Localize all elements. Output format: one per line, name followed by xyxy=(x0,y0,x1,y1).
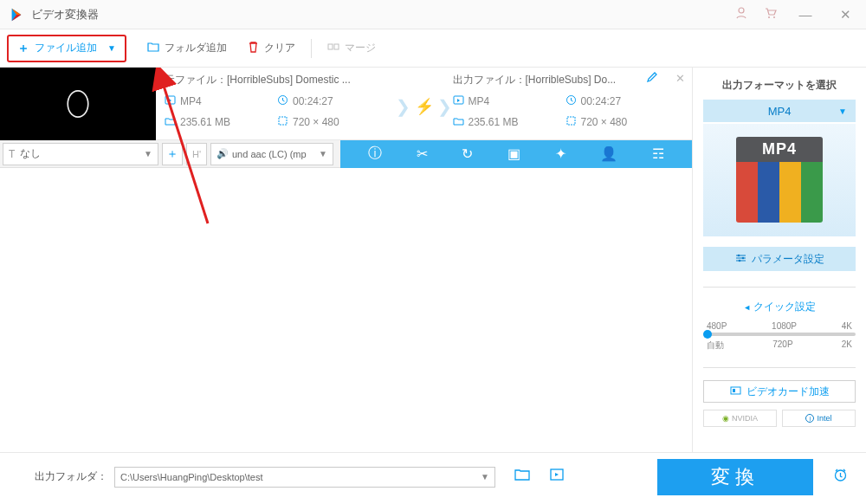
separator xyxy=(703,287,856,288)
options-row: T なし ▼ ＋ H' 🔊 und aac (LC) (mp ▼ ⓘ ✂ ↻ ▣… xyxy=(0,140,692,168)
merge-icon xyxy=(327,41,339,55)
audio-icon: 🔊 xyxy=(216,148,229,159)
output-folder-label: 出力フォルダ： xyxy=(35,469,107,484)
chevron-separator: ❯ xyxy=(396,73,411,139)
app-logo-icon xyxy=(9,7,24,23)
subtitle-select[interactable]: T なし ▼ xyxy=(3,143,158,165)
gpu-label: ビデオカード加速 xyxy=(746,384,830,399)
output-format-title: 出力フォーマットを選択 xyxy=(703,78,856,93)
quality-label: 2K xyxy=(842,339,852,352)
format-icon xyxy=(165,94,176,108)
resolution-icon xyxy=(565,115,577,129)
nvidia-label: NVIDIA xyxy=(732,414,758,423)
output-list-icon[interactable] xyxy=(549,468,565,486)
size-icon xyxy=(165,115,176,129)
svg-rect-16 xyxy=(733,389,735,392)
add-folder-button[interactable]: フォルダ追加 xyxy=(147,41,227,55)
svg-rect-4 xyxy=(334,44,339,49)
gpu-icon xyxy=(730,385,741,398)
schedule-icon[interactable] xyxy=(832,467,849,488)
main-toolbar: ＋ ファイル追加 ▼ フォルダ追加 クリア マージ xyxy=(0,29,866,68)
title-bar: ビデオ変換器 — ✕ xyxy=(0,0,866,29)
subtitle-value: なし xyxy=(20,146,41,161)
svg-rect-11 xyxy=(567,117,575,125)
rotate-icon[interactable]: ↻ xyxy=(462,145,473,162)
account-icon[interactable] xyxy=(734,6,748,23)
edit-toolbar: ⓘ ✂ ↻ ▣ ✦ 👤 ☶ xyxy=(340,140,692,168)
dst-duration: 00:24:27 xyxy=(581,95,622,107)
separator xyxy=(703,367,856,368)
chevron-down-icon: ▼ xyxy=(481,472,489,481)
add-folder-label: フォルダ追加 xyxy=(165,41,227,55)
intel-label: Intel xyxy=(817,414,831,423)
chevron-down-icon: ▼ xyxy=(144,149,152,158)
chevron-down-icon: ▼ xyxy=(319,149,327,158)
text-icon: T xyxy=(9,148,15,160)
clock-icon xyxy=(277,94,288,108)
svg-point-13 xyxy=(741,256,744,259)
format-dropdown[interactable]: MP4 ▼ xyxy=(703,100,856,122)
format-value: MP4 xyxy=(768,105,792,118)
add-file-button[interactable]: ＋ ファイル追加 ▼ xyxy=(7,35,126,62)
merge-label: マージ xyxy=(345,41,376,55)
output-path-value: C:\Users\HuangPing\Desktop\test xyxy=(120,472,262,482)
resolution-icon xyxy=(277,115,288,129)
chevron-separator: ❯ xyxy=(437,73,453,139)
svg-point-12 xyxy=(737,254,740,256)
quality-label: 自動 xyxy=(707,339,724,352)
quality-labels-bottom: 自動 720P 2K xyxy=(703,339,856,352)
cart-icon[interactable] xyxy=(764,6,778,23)
add-subtitle-button[interactable]: ＋ xyxy=(162,143,183,165)
minimize-button[interactable]: — xyxy=(793,7,818,22)
convert-button[interactable]: 変換 xyxy=(657,459,813,495)
audio-value: und aac (LC) (mp xyxy=(232,149,307,159)
edit-pen-icon[interactable] xyxy=(646,71,658,86)
right-panel: 出力フォーマットを選択 MP4 ▼ MP4 パラメータ設定 クイック設定 480… xyxy=(693,68,866,452)
parameter-settings-button[interactable]: パラメータ設定 xyxy=(703,247,856,271)
format-preview[interactable]: MP4 xyxy=(703,124,856,236)
quality-label: 480P xyxy=(707,321,727,331)
clear-label: クリア xyxy=(264,41,295,55)
effect-icon[interactable]: ✦ xyxy=(555,145,566,162)
source-filename: 元ファイル：[HorribleSubs] Domestic ... xyxy=(165,73,396,87)
remove-file-icon[interactable]: ✕ xyxy=(675,72,685,85)
open-folder-icon[interactable] xyxy=(514,468,530,486)
chevron-down-icon: ▼ xyxy=(107,43,116,53)
source-info: 元ファイル：[HorribleSubs] Domestic ... MP4 00… xyxy=(165,73,396,139)
src-format: MP4 xyxy=(180,95,202,107)
quality-label: 720P xyxy=(772,339,792,352)
format-badge: MP4 xyxy=(736,137,823,162)
close-button[interactable]: ✕ xyxy=(833,7,857,23)
clock-icon xyxy=(565,94,577,108)
trash-icon xyxy=(248,41,259,55)
bottom-bar: 出力フォルダ： C:\Users\HuangPing\Desktop\test … xyxy=(0,452,866,501)
convert-label: 変換 xyxy=(711,464,759,490)
clear-button[interactable]: クリア xyxy=(248,41,295,55)
info-icon[interactable]: ⓘ xyxy=(368,145,382,163)
sliders-icon xyxy=(735,253,746,266)
merge-button[interactable]: マージ xyxy=(327,41,376,55)
crop-icon[interactable]: ▣ xyxy=(507,145,520,162)
watermark-icon[interactable]: 👤 xyxy=(600,145,617,162)
quality-slider[interactable] xyxy=(703,333,856,336)
intel-logo: iIntel xyxy=(782,410,856,427)
output-path-select[interactable]: C:\Users\HuangPing\Desktop\test ▼ xyxy=(114,467,495,488)
dst-size: 235.61 MB xyxy=(469,116,519,128)
quality-label: 4K xyxy=(842,321,852,331)
chevron-down-icon: ▼ xyxy=(838,107,847,116)
svg-point-1 xyxy=(768,16,770,18)
svg-point-5 xyxy=(68,91,88,117)
subtitle-edit-icon[interactable]: ☶ xyxy=(652,145,664,162)
folder-icon xyxy=(147,41,159,55)
quick-settings-title: クイック設定 xyxy=(703,300,856,314)
audio-select[interactable]: 🔊 und aac (LC) (mp ▼ xyxy=(210,143,333,165)
svg-rect-15 xyxy=(731,387,740,394)
gpu-accel-button[interactable]: ビデオカード加速 xyxy=(703,380,856,403)
size-icon xyxy=(453,115,464,129)
thumbnail[interactable] xyxy=(0,68,156,140)
hard-subtitle-button[interactable]: H' xyxy=(186,143,207,165)
file-row[interactable]: ✕ 元ファイル：[HorribleSubs] Domestic ... MP4 … xyxy=(0,68,692,140)
svg-point-2 xyxy=(773,16,775,18)
add-file-label: ファイル追加 xyxy=(35,41,97,55)
trim-icon[interactable]: ✂ xyxy=(417,145,428,162)
